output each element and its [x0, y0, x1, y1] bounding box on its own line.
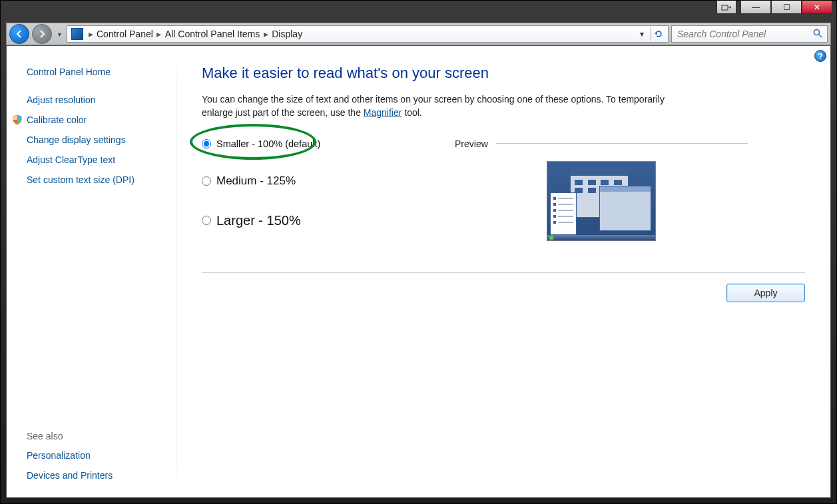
main-content: ? Make it easier to read what's on your … — [176, 46, 830, 497]
option-label: Larger - 150% — [216, 213, 301, 228]
history-dropdown[interactable]: ▾ — [55, 25, 64, 43]
radio-larger[interactable] — [202, 216, 211, 225]
navigation-bar: ▾ ▸ Control Panel ▸ All Control Panel It… — [6, 23, 831, 45]
radio-medium[interactable] — [202, 176, 211, 186]
location-icon — [71, 28, 83, 40]
option-label: Smaller - 100% (default) — [216, 138, 320, 149]
sidebar: Control Panel Home Adjust resolution Cal… — [7, 46, 176, 497]
sidebar-task-adjust-resolution[interactable]: Adjust resolution — [27, 90, 170, 110]
back-button[interactable] — [9, 24, 29, 44]
divider — [202, 272, 805, 273]
see-also-heading: See also — [27, 431, 170, 445]
minimize-icon: — — [752, 3, 760, 12]
sidebar-task-adjust-cleartype[interactable]: Adjust ClearType text — [27, 150, 170, 170]
sidebar-task-custom-text-size[interactable]: Set custom text size (DPI) — [27, 170, 170, 190]
scale-option-smaller[interactable]: Smaller - 100% (default) — [202, 138, 428, 149]
svg-point-1 — [814, 29, 820, 35]
see-also-personalization[interactable]: Personalization — [27, 445, 170, 465]
sidebar-task-calibrate-color[interactable]: Calibrate color — [27, 110, 170, 130]
svg-rect-0 — [722, 5, 728, 10]
page-title: Make it easier to read what's on your sc… — [202, 65, 805, 82]
see-also-devices-printers[interactable]: Devices and Printers — [27, 465, 170, 485]
maximize-icon: ☐ — [783, 3, 790, 12]
scale-option-larger[interactable]: Larger - 150% — [202, 213, 428, 228]
close-icon: ✕ — [814, 3, 820, 12]
breadcrumb-item[interactable]: Control Panel — [95, 29, 154, 39]
breadcrumb-item[interactable]: Display — [270, 29, 304, 39]
help-icon[interactable]: ? — [814, 50, 826, 62]
preview-label: Preview — [455, 138, 488, 149]
shield-icon — [12, 115, 23, 125]
sidebar-item-label: Calibrate color — [27, 115, 87, 125]
scale-option-medium[interactable]: Medium - 125% — [202, 174, 428, 188]
window-move-icon[interactable] — [716, 1, 736, 14]
svg-line-2 — [819, 35, 822, 37]
sidebar-item-label: Adjust ClearType text — [27, 154, 115, 165]
refresh-button[interactable] — [651, 27, 665, 41]
search-placeholder: Search Control Panel — [677, 29, 766, 39]
close-button[interactable]: ✕ — [802, 1, 832, 14]
breadcrumb-item[interactable]: All Control Panel Items — [164, 29, 261, 39]
control-panel-home-link[interactable]: Control Panel Home — [27, 62, 170, 82]
address-dropdown[interactable]: ▾ — [635, 27, 649, 41]
radio-smaller[interactable] — [202, 139, 211, 148]
preview-image — [547, 161, 656, 241]
divider — [496, 143, 748, 144]
chevron-right-icon[interactable]: ▸ — [86, 29, 95, 39]
apply-button[interactable]: Apply — [726, 284, 805, 302]
chevron-right-icon[interactable]: ▸ — [261, 29, 270, 39]
minimize-button[interactable]: — — [740, 1, 771, 14]
magnifier-link[interactable]: Magnifier — [364, 107, 402, 118]
sidebar-task-change-display-settings[interactable]: Change display settings — [27, 130, 170, 150]
sidebar-item-label: Adjust resolution — [27, 95, 96, 105]
search-icon[interactable] — [812, 28, 823, 41]
sidebar-item-label: Set custom text size (DPI) — [27, 174, 135, 185]
address-bar[interactable]: ▸ Control Panel ▸ All Control Panel Item… — [67, 25, 669, 43]
forward-button[interactable] — [32, 24, 52, 44]
option-label: Medium - 125% — [216, 174, 296, 188]
search-input[interactable]: Search Control Panel — [671, 25, 828, 43]
sidebar-item-label: Change display settings — [27, 134, 126, 145]
page-description: You can change the size of text and othe… — [202, 93, 668, 120]
maximize-button[interactable]: ☐ — [771, 1, 802, 14]
chevron-right-icon[interactable]: ▸ — [154, 29, 164, 39]
